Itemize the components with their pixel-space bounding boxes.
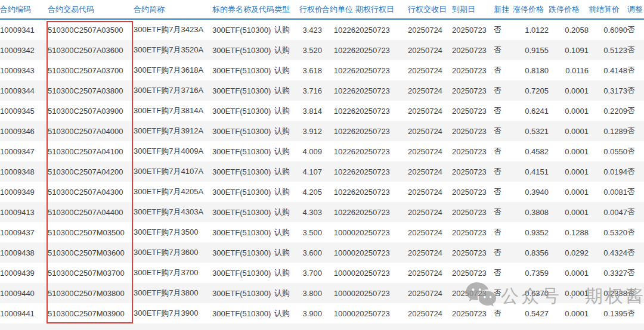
options-contract-table: 合约编码合约交易代码合约简称标的券名称及代码类型行权价合约单位期权行权日行权交收… <box>0 0 644 330</box>
table-row: 10009440510300C2507M03800300ETF购7月380030… <box>0 283 644 303</box>
cell: 认购 <box>274 80 299 101</box>
cell: 20250723 <box>452 182 494 202</box>
cell: 510300C2507A03500 <box>48 19 134 40</box>
cell: 10009343 <box>0 60 48 80</box>
cell: 20250723 <box>452 283 494 303</box>
cell: 0.0116 <box>549 60 589 80</box>
cell: 0.0001 <box>549 263 589 283</box>
cell: 300ETF购7月3716A <box>134 80 212 101</box>
column-header-10: 新挂 <box>494 0 513 19</box>
cell: 0.2058 <box>549 19 589 40</box>
cell: 0.1288 <box>549 222 589 242</box>
cell: 10000 <box>322 283 355 303</box>
cell: 20250723 <box>355 101 408 121</box>
cell: 20250724 <box>408 182 452 202</box>
column-header-1: 合约交易代码 <box>48 0 134 19</box>
cell: 510300C2507A04300 <box>48 182 134 202</box>
cell: 20250723 <box>452 19 494 40</box>
cell: 510300C2507A04000 <box>48 121 134 141</box>
cell: 否 <box>494 19 513 40</box>
cell: 510300C2507A03900 <box>48 101 134 121</box>
column-header-12: 跌停价格 <box>549 0 589 19</box>
cell: 20250724 <box>408 40 452 60</box>
cell: 3.716 <box>299 80 322 101</box>
cell: 0.1395 <box>589 303 627 323</box>
cell: 300ETF(510300) <box>212 60 274 80</box>
table-row: 10009344510300C2507A03800300ETF购7月3716A3… <box>0 80 644 101</box>
cell: 1.0122 <box>513 19 549 40</box>
cell: 20250723 <box>355 19 408 40</box>
column-header-6: 合约单位 <box>322 0 355 19</box>
cell: 300ETF(510300) <box>212 242 274 263</box>
cell: 4.303 <box>299 202 322 222</box>
cell: 否 <box>627 182 644 202</box>
cell: 20250724 <box>408 202 452 222</box>
column-header-2: 合约简称 <box>134 0 212 19</box>
cell: 20250724 <box>408 222 452 242</box>
cell: 否 <box>627 141 644 161</box>
cell: 10009441 <box>0 303 48 323</box>
cell: 300ETF购7月3912A <box>134 121 212 141</box>
cell: 510300C2507M03500 <box>48 222 134 242</box>
cell: 510300C2507A04100 <box>48 141 134 161</box>
cell: 10226 <box>322 141 355 161</box>
cell: 0.0001 <box>549 101 589 121</box>
cell: 否 <box>627 283 644 303</box>
table-row: 10009343510300C2507A03700300ETF购7月3618A3… <box>0 60 644 80</box>
cell: 10009440 <box>0 283 48 303</box>
cell: 510300C2507A04400 <box>48 202 134 222</box>
cell: 0.5123 <box>589 40 627 60</box>
table-row: 10009349510300C2507A04300300ETF购7月4205A3… <box>0 182 644 202</box>
table-row: 10009342510300C2507A03600300ETF购7月3520A3… <box>0 40 644 60</box>
cell: 300ETF(510300) <box>212 19 274 40</box>
header-row: 合约编码合约交易代码合约简称标的券名称及代码类型行权价合约单位期权行权日行权交收… <box>0 0 644 19</box>
cell: 0.8356 <box>513 242 549 263</box>
table-body: 10009341510300C2507A03500300ETF购7月3423A3… <box>0 19 644 330</box>
cell: 0.1289 <box>589 121 627 141</box>
cell: 否 <box>494 101 513 121</box>
column-header-9: 到期日 <box>452 0 494 19</box>
cell: 510300C2507M03600 <box>48 242 134 263</box>
cell: 0.0001 <box>549 303 589 323</box>
table-row: 10009341510300C2507A03500300ETF购7月3423A3… <box>0 19 644 40</box>
cell: 20250723 <box>452 303 494 323</box>
column-header-11: 涨停价格 <box>513 0 549 19</box>
cell: 否 <box>627 60 644 80</box>
column-header-14: 调整 <box>627 0 644 19</box>
cell: 300ETF购7月4205A <box>134 182 212 202</box>
table-row: 10009439510300C2507M03700300ETF购7月370030… <box>0 263 644 283</box>
cell: 20250724 <box>408 80 452 101</box>
cell: 20250723 <box>452 141 494 161</box>
column-header-13: 前结算价 <box>589 0 627 19</box>
cell: 3.600 <box>299 242 322 263</box>
cell: 300ETF(510300) <box>212 161 274 182</box>
cell: 10009437 <box>0 222 48 242</box>
cell: 10009342 <box>0 40 48 60</box>
cell: 0.7205 <box>513 80 549 101</box>
cell: 10009348 <box>0 161 48 182</box>
cell: 0.0001 <box>549 202 589 222</box>
cell: 0.3327 <box>589 263 627 283</box>
cell: 20250723 <box>452 60 494 80</box>
cell: 300ETF购7月3700 <box>134 263 212 283</box>
cell: 20250723 <box>355 283 408 303</box>
cell: 10009347 <box>0 141 48 161</box>
cell: 510300C2507A04200 <box>48 161 134 182</box>
cell: 0.4324 <box>589 242 627 263</box>
cell: 10226 <box>322 60 355 80</box>
cell: 0.3940 <box>513 182 549 202</box>
cell: 20250724 <box>408 283 452 303</box>
cell: 300ETF购7月3600 <box>134 242 212 263</box>
table-row: 10009441510300C2507M03900300ETF购7月390030… <box>0 303 644 323</box>
cell: 0.0001 <box>549 141 589 161</box>
cell: 否 <box>494 121 513 141</box>
cell: 10009341 <box>0 19 48 40</box>
cell: 300ETF(510300) <box>212 40 274 60</box>
cell: 300ETF(510300) <box>212 283 274 303</box>
cell: 否 <box>494 242 513 263</box>
cell: 10226 <box>322 202 355 222</box>
cell: 10009439 <box>0 263 48 283</box>
cell: 0.5427 <box>513 303 549 323</box>
options-contract-table-page: 合约编码合约交易代码合约简称标的券名称及代码类型行权价合约单位期权行权日行权交收… <box>0 0 644 330</box>
cell: 0.0292 <box>549 242 589 263</box>
